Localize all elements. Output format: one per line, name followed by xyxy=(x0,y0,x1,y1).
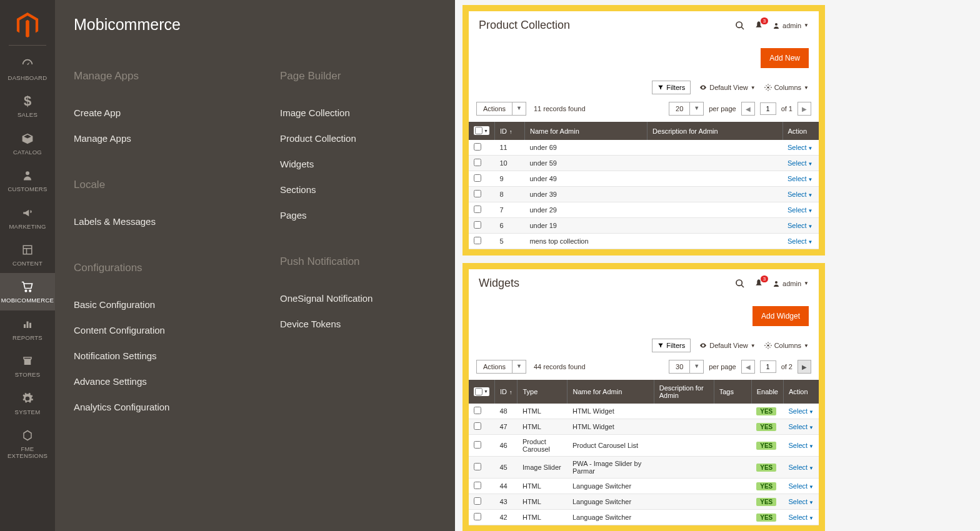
row-action-select[interactable]: Select▼ xyxy=(782,171,819,187)
row-checkbox[interactable] xyxy=(474,143,481,151)
default-view-dropdown[interactable]: Default View▼ xyxy=(699,84,755,91)
submenu-link-widgets[interactable]: Widgets xyxy=(280,151,436,177)
th-desc[interactable]: Description for Admin xyxy=(648,122,782,140)
submenu-link-pages[interactable]: Pages xyxy=(280,202,436,228)
per-page-dropdown[interactable]: 20▼ xyxy=(669,102,704,116)
submenu-link-manage-apps[interactable]: Manage Apps xyxy=(74,126,230,151)
row-checkbox[interactable] xyxy=(474,237,481,244)
nav-dashboard[interactable]: DASHBOARD xyxy=(0,51,55,87)
prev-page-button[interactable]: ◀ xyxy=(741,360,755,374)
th-action[interactable]: Action xyxy=(782,122,819,140)
row-action-select[interactable]: Select▼ xyxy=(784,419,819,435)
columns-dropdown[interactable]: Columns▼ xyxy=(764,342,809,349)
per-page-dropdown[interactable]: 30▼ xyxy=(669,360,704,374)
notifications-icon[interactable]: 3 xyxy=(754,279,764,289)
nav-mobicommerce[interactable]: MOBICOMMERCE xyxy=(0,273,55,310)
default-view-dropdown[interactable]: Default View▼ xyxy=(699,342,755,349)
row-checkbox[interactable] xyxy=(474,422,481,430)
row-action-select[interactable]: Select▼ xyxy=(784,457,819,479)
columns-dropdown[interactable]: Columns▼ xyxy=(764,84,809,91)
submenu-link-labels-&-messages[interactable]: Labels & Messages xyxy=(74,209,230,234)
submenu-link-product-collection[interactable]: Product Collection xyxy=(280,126,436,151)
records-found-label: 11 records found xyxy=(534,105,586,112)
admin-dropdown[interactable]: admin▼ xyxy=(772,22,809,29)
nav-stores[interactable]: STORES xyxy=(0,347,55,384)
submenu-link-content-configuration[interactable]: Content Configuration xyxy=(74,317,230,343)
row-checkbox[interactable] xyxy=(474,407,481,414)
notifications-icon[interactable]: 3 xyxy=(754,21,764,31)
search-icon[interactable] xyxy=(735,21,745,31)
cell-name: under 39 xyxy=(524,187,647,202)
submenu-link-basic-configuration[interactable]: Basic Configuration xyxy=(74,292,230,317)
row-checkbox[interactable] xyxy=(474,482,481,489)
row-action-select[interactable]: Select▼ xyxy=(782,140,819,156)
submenu-panel: Mobicommerce Manage Apps Create AppManag… xyxy=(55,0,455,531)
row-checkbox[interactable] xyxy=(474,441,481,449)
submenu-link-image-collection[interactable]: Image Collection xyxy=(280,100,436,126)
select-all-checkbox[interactable]: ▼ xyxy=(474,126,489,135)
row-action-select[interactable]: Select▼ xyxy=(784,404,819,419)
submenu-link-create-app[interactable]: Create App xyxy=(74,100,230,126)
row-checkbox[interactable] xyxy=(474,221,481,229)
row-checkbox[interactable] xyxy=(474,159,481,166)
next-page-button[interactable]: ▶ xyxy=(798,102,811,116)
select-all-checkbox[interactable]: ▼ xyxy=(474,387,489,396)
page-input[interactable] xyxy=(760,360,776,373)
row-action-select[interactable]: Select▼ xyxy=(782,218,819,234)
th-id[interactable]: ID↑ xyxy=(494,122,524,140)
filters-button[interactable]: Filters xyxy=(652,81,691,94)
submenu-link-device-tokens[interactable]: Device Tokens xyxy=(280,311,436,337)
page-total-label: of 2 xyxy=(781,363,792,370)
nav-reports[interactable]: REPORTS xyxy=(0,310,55,347)
nav-catalog[interactable]: CATALOG xyxy=(0,125,55,162)
submenu-link-analytics-configuration[interactable]: Analytics Configuration xyxy=(74,394,230,420)
nav-sales[interactable]: $SALES xyxy=(0,87,55,124)
add-new-button[interactable]: Add New xyxy=(761,48,809,68)
magento-logo[interactable] xyxy=(15,12,40,37)
row-action-select[interactable]: Select▼ xyxy=(782,234,819,249)
th-name[interactable]: Name for Admin xyxy=(568,380,654,404)
cell-id: 7 xyxy=(494,202,524,218)
submenu-link-notification-settings[interactable]: Notification Settings xyxy=(74,343,230,369)
nav-customers[interactable]: CUSTOMERS xyxy=(0,162,55,199)
next-page-button[interactable]: ▶ xyxy=(798,360,811,374)
row-checkbox[interactable] xyxy=(474,174,481,182)
row-action-select[interactable]: Select▼ xyxy=(784,479,819,494)
bulk-actions-dropdown[interactable]: Actions▼ xyxy=(476,102,526,116)
row-action-select[interactable]: Select▼ xyxy=(784,435,819,457)
row-action-select[interactable]: Select▼ xyxy=(782,202,819,218)
th-enable[interactable]: Enable xyxy=(751,380,783,404)
th-desc[interactable]: Description for Admin xyxy=(654,380,714,404)
row-action-select[interactable]: Select▼ xyxy=(782,156,819,171)
row-checkbox[interactable] xyxy=(474,206,481,213)
nav-system[interactable]: SYSTEM xyxy=(0,385,55,422)
row-action-select[interactable]: Select▼ xyxy=(784,494,819,510)
submenu-link-sections[interactable]: Sections xyxy=(280,177,436,202)
nav-content[interactable]: CONTENT xyxy=(0,236,55,273)
page-input[interactable] xyxy=(760,102,776,115)
chevron-down-icon: ▼ xyxy=(512,360,526,374)
row-checkbox[interactable] xyxy=(474,513,481,520)
row-checkbox[interactable] xyxy=(474,190,481,197)
cell-desc xyxy=(654,404,714,419)
row-checkbox[interactable] xyxy=(474,497,481,505)
submenu-link-onesignal-notification[interactable]: OneSignal Notification xyxy=(280,285,436,311)
th-name[interactable]: Name for Admin xyxy=(524,122,647,140)
row-checkbox[interactable] xyxy=(474,463,481,470)
submenu-link-advance-settings[interactable]: Advance Settings xyxy=(74,369,230,394)
svg-point-16 xyxy=(767,345,769,347)
nav-marketing[interactable]: MARKETING xyxy=(0,199,55,236)
th-action[interactable]: Action xyxy=(784,380,819,404)
row-action-select[interactable]: Select▼ xyxy=(784,510,819,525)
admin-dropdown[interactable]: admin▼ xyxy=(772,280,809,287)
th-id[interactable]: ID↑ xyxy=(494,380,518,404)
search-icon[interactable] xyxy=(735,279,745,289)
th-tags[interactable]: Tags xyxy=(714,380,751,404)
row-action-select[interactable]: Select▼ xyxy=(782,187,819,202)
prev-page-button[interactable]: ◀ xyxy=(741,102,755,116)
filters-button[interactable]: Filters xyxy=(652,339,691,352)
bulk-actions-dropdown[interactable]: Actions▼ xyxy=(476,360,526,374)
th-type[interactable]: Type xyxy=(518,380,568,404)
nav-fme-extensions[interactable]: FME EXTENSIONS xyxy=(0,422,55,466)
add-widget-button[interactable]: Add Widget xyxy=(752,306,809,326)
